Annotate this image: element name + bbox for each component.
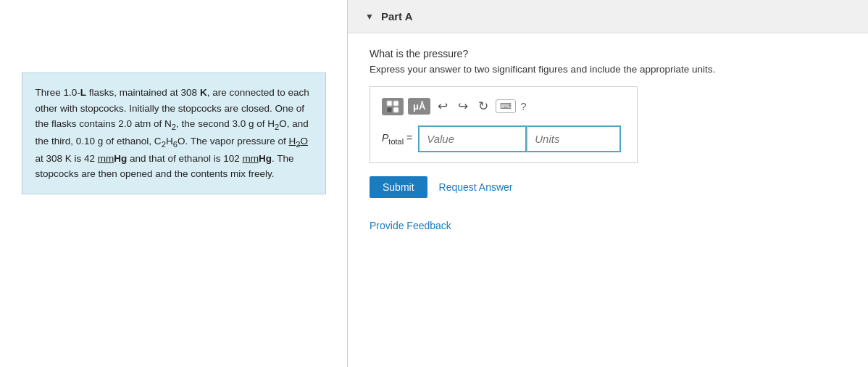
value-input[interactable] (418, 125, 527, 152)
left-panel: Three 1.0-L flasks, maintained at 308 K,… (0, 0, 348, 367)
request-answer-link[interactable]: Request Answer (439, 181, 513, 193)
refresh-icon: ↻ (478, 99, 488, 113)
equation-subscript: total (388, 137, 404, 146)
redo-button[interactable]: ↪ (455, 97, 471, 115)
units-input[interactable] (527, 125, 621, 152)
keyboard-icon: ⌨ (500, 102, 512, 110)
submit-button[interactable]: Submit (370, 176, 427, 198)
keyboard-button[interactable]: ⌨ (496, 99, 516, 113)
svg-rect-2 (387, 107, 392, 112)
mu-button[interactable]: μÅ (408, 98, 430, 115)
collapse-chevron[interactable]: ▼ (365, 12, 374, 22)
undo-button[interactable]: ↩ (435, 97, 451, 115)
svg-rect-1 (393, 101, 398, 106)
undo-icon: ↩ (438, 99, 448, 113)
instruction-text: Express your answer to two significant f… (370, 64, 846, 75)
question-text: What is the pressure? (370, 48, 846, 59)
help-icon: ? (520, 100, 526, 112)
matrix-button[interactable] (382, 98, 404, 115)
problem-text: Three 1.0-L flasks, maintained at 308 K,… (36, 87, 309, 179)
svg-rect-0 (387, 101, 392, 106)
equation-label: Ptotal = (382, 132, 412, 146)
answer-box: μÅ ↩ ↪ ↻ ⌨ ? (370, 86, 638, 163)
toolbar: μÅ ↩ ↪ ↻ ⌨ ? (382, 97, 625, 115)
provide-feedback-section: Provide Feedback (370, 220, 846, 231)
svg-rect-3 (393, 107, 398, 112)
right-panel: ▼ Part A What is the pressure? Express y… (348, 0, 868, 367)
part-body: What is the pressure? Express your answe… (348, 33, 868, 246)
matrix-icon (386, 100, 399, 113)
redo-icon: ↪ (458, 99, 468, 113)
refresh-button[interactable]: ↻ (475, 97, 491, 115)
mu-label: μÅ (413, 101, 425, 112)
part-header: ▼ Part A (348, 0, 868, 33)
action-row: Submit Request Answer (370, 176, 846, 198)
provide-feedback-link[interactable]: Provide Feedback (370, 220, 451, 231)
help-button[interactable]: ? (520, 100, 526, 112)
input-row: Ptotal = (382, 125, 625, 152)
part-title: Part A (381, 10, 413, 22)
problem-box: Three 1.0-L flasks, maintained at 308 K,… (22, 73, 326, 194)
